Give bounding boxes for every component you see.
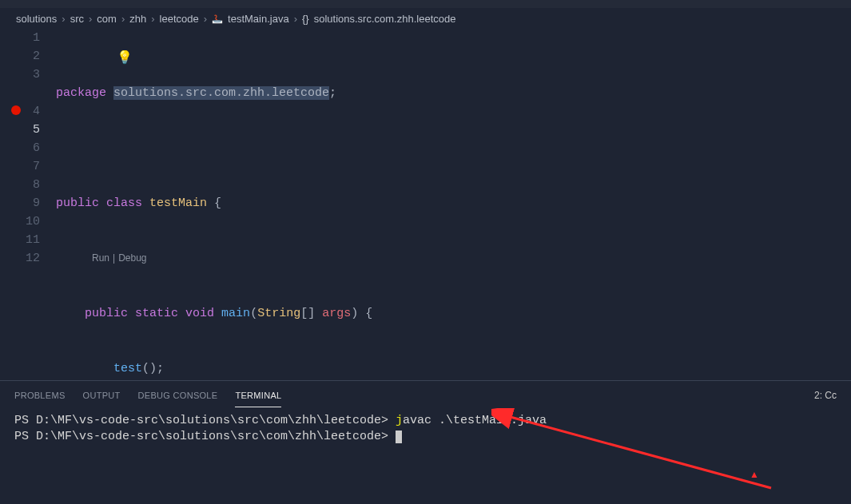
breadcrumb-part[interactable]: solutions [16, 13, 57, 25]
token-function: test [113, 362, 142, 375]
tab-debug-console[interactable]: DEBUG CONSOLE [138, 384, 218, 407]
codelens-sep: | [113, 249, 115, 268]
chevron-right-icon: › [121, 13, 125, 25]
token-keyword: public [56, 196, 99, 210]
line-number: 3 [20, 65, 40, 84]
tab-terminal[interactable]: TERMINAL [235, 384, 281, 407]
line-number: 6 [20, 139, 40, 157]
line-number: 2 [20, 47, 40, 65]
terminal-cmd: avac .\testMain.java [403, 414, 547, 427]
line-number: 4 [20, 102, 40, 121]
chevron-right-icon: › [151, 13, 154, 25]
terminal-selector[interactable]: 2: Cc [814, 390, 837, 401]
line-number: 12 [20, 249, 40, 268]
token-punc: ( [250, 307, 257, 320]
token-punc: ; [329, 86, 336, 100]
token-punc: ) { [351, 307, 372, 320]
terminal-prompt: PS D:\MF\vs-code-src\solutions\src\com\z… [14, 430, 396, 443]
breadcrumb-part[interactable]: testMain.java [228, 13, 289, 25]
bottom-panel: PROBLEMS OUTPUT DEBUG CONSOLE TERMINAL 2… [0, 380, 851, 504]
token-punc: { [214, 196, 221, 210]
terminal-cmd: j [396, 414, 403, 427]
breadcrumb-part[interactable]: com [97, 13, 117, 25]
breadcrumb-part[interactable]: zhh [129, 13, 146, 25]
breadcrumb[interactable]: solutions › src › com › zhh › leetcode ›… [0, 8, 851, 29]
chevron-right-icon: › [204, 13, 207, 25]
token-var: args [322, 307, 351, 320]
token-keyword: class [106, 196, 142, 210]
cursor [396, 431, 402, 443]
token-function: main [221, 307, 250, 320]
line-number: 7 [20, 157, 40, 176]
tab-problems[interactable]: PROBLEMS [14, 384, 66, 407]
codelens-debug[interactable]: Debug [118, 249, 146, 268]
codelens-gap [20, 84, 40, 102]
codelens: Run|Debug [56, 249, 451, 268]
namespace-icon: {} [302, 13, 309, 25]
line-number: 10 [20, 212, 40, 231]
breakpoint-icon[interactable] [11, 105, 21, 115]
breadcrumb-part[interactable]: src [70, 13, 84, 25]
token-type: String [257, 307, 300, 320]
token-keyword: static [135, 307, 178, 320]
token-punc: [] [300, 307, 315, 320]
chevron-right-icon: › [294, 13, 297, 25]
breadcrumb-part[interactable]: leetcode [160, 13, 199, 25]
terminal-prompt: PS D:\MF\vs-code-src\solutions\src\com\z… [14, 414, 396, 427]
token-class: testMain [149, 196, 207, 210]
terminal[interactable]: PS D:\MF\vs-code-src\solutions\src\com\z… [0, 410, 851, 448]
line-number: 5 [20, 121, 40, 139]
chevron-right-icon: › [89, 13, 92, 25]
line-number: 11 [20, 231, 40, 249]
token-keyword: package [56, 86, 106, 100]
breadcrumb-part[interactable]: solutions.src.com.zhh.leetcode [314, 13, 456, 25]
tab-bar [0, 0, 851, 8]
panel-tabs: PROBLEMS OUTPUT DEBUG CONSOLE TERMINAL 2… [0, 381, 851, 410]
chevron-right-icon: › [62, 13, 65, 25]
line-number: 1 [20, 29, 40, 47]
line-number: 8 [20, 176, 40, 194]
tab-output[interactable]: OUTPUT [83, 384, 121, 407]
lightbulb-icon[interactable]: 💡 [117, 50, 133, 68]
token-keyword: void [185, 307, 214, 320]
token-punc: (); [142, 362, 164, 375]
line-number: 9 [20, 194, 40, 212]
token-package: solutions.src.com.zhh.leetcode [113, 86, 329, 100]
token-keyword: public [85, 307, 128, 320]
codelens-run[interactable]: Run [92, 249, 109, 268]
java-file-icon [212, 12, 223, 25]
